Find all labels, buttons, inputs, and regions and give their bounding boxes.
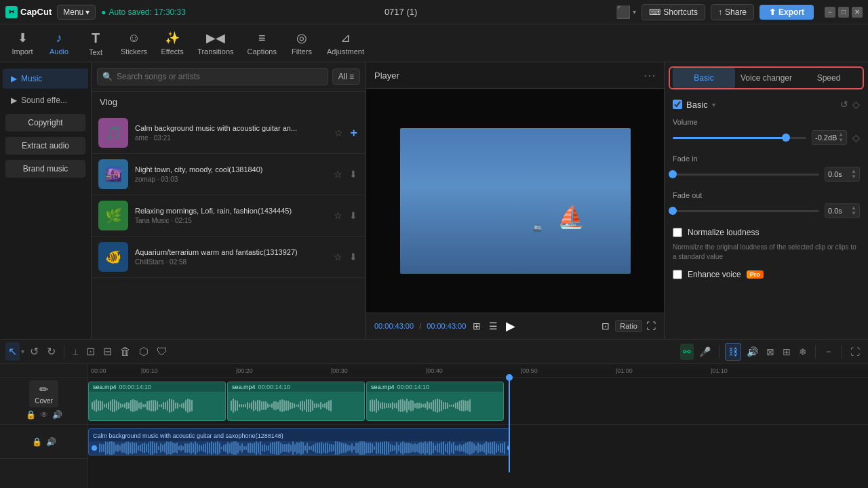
redo-button[interactable]: ↻ [44, 342, 58, 361]
video-clip-3[interactable]: sea.mp4 00:00:14:10 [366, 382, 504, 421]
tab-basic[interactable]: Basic [673, 68, 735, 88]
music-item[interactable]: 🐠 Aquarium/terrarium warm and fantastic(… [92, 237, 366, 278]
sidebar-item-brand-music[interactable]: Brand music [5, 160, 85, 178]
music-item[interactable]: 🌿 Relaxing mornings, Lofi, rain, fashion… [92, 195, 366, 237]
crop-tool-button[interactable]: ⊡ [83, 342, 98, 361]
tool-adjustment[interactable]: ⊿ Adjustment [321, 28, 370, 58]
favorite-button[interactable]: ☆ [332, 250, 344, 264]
freeze-button[interactable]: ❄ [796, 344, 810, 360]
favorite-button[interactable]: ☆ [333, 125, 344, 142]
tool-stickers[interactable]: ☺ Stickers [115, 28, 153, 58]
list-view-button[interactable]: ☰ [488, 319, 499, 333]
tab-voice-changer[interactable]: Voice changer [735, 68, 797, 88]
fade-out-slider[interactable] [673, 210, 819, 212]
fade-in-value-input[interactable]: 0.0s ▲ ▼ [825, 167, 860, 182]
close-button[interactable]: ✕ [852, 7, 863, 18]
tracks-container: sea.mp4 00:00:14:10 sea.mp4 00:00:14:10 [88, 378, 868, 459]
volume-down-button[interactable]: ▼ [838, 138, 844, 143]
add-music-button[interactable]: + [349, 125, 359, 142]
fade-in-down-button[interactable]: ▼ [851, 174, 856, 180]
volume-keyframe-button[interactable]: ◇ [852, 132, 860, 143]
fullscreen-button[interactable]: ⛶ [646, 321, 656, 331]
cover-button[interactable]: ✏ Cover [29, 380, 58, 407]
play-button[interactable]: ▶ [505, 317, 517, 335]
tool-text[interactable]: T Text [79, 28, 113, 59]
tool-transitions[interactable]: ▶◀ Transitions [192, 28, 239, 58]
audio-clip-1[interactable]: Calm background music with acoustic guit… [88, 428, 509, 455]
audio-track-volume-button[interactable]: 🔊 [46, 437, 56, 447]
fit-timeline-button[interactable]: ⛶ [848, 344, 863, 360]
favorite-button[interactable]: ☆ [332, 167, 344, 181]
diamond-add-button[interactable]: ◇ [852, 99, 860, 110]
select-tool-button[interactable]: ↖ [5, 342, 20, 361]
sidebar-item-music[interactable]: ▶ Music [3, 68, 88, 89]
audio-sync-button[interactable]: 🔊 [744, 344, 761, 360]
tab-speed[interactable]: Speed [797, 68, 860, 88]
normalize-checkbox[interactable] [673, 228, 682, 237]
music-item[interactable]: 🎵 Calm background music with acoustic gu… [92, 113, 366, 154]
basic-section-header: Basic ▾ ↺ ◇ [673, 99, 860, 110]
fade-in-slider[interactable] [673, 174, 819, 176]
trim-button[interactable]: ⊟ [100, 342, 115, 361]
share-button[interactable]: ↑ Share [711, 4, 754, 20]
tool-captions[interactable]: ≡ Captions [242, 28, 282, 58]
track-hide-button[interactable]: 👁 [40, 410, 48, 420]
download-button[interactable]: ⬇ [348, 250, 359, 264]
favorite-button[interactable]: ☆ [332, 209, 344, 222]
track-audio-button[interactable]: 🔊 [52, 410, 62, 420]
zoom-fit-button[interactable]: ⊡ [600, 319, 611, 333]
tool-effects[interactable]: ✨ Effects [155, 28, 189, 58]
basic-section-checkbox[interactable] [673, 100, 682, 109]
right-panel: Basic Voice changer Speed Basic ▾ ↺ ◇ [665, 62, 868, 339]
tool-audio[interactable]: ♪ Audio [42, 28, 76, 58]
group-button[interactable]: ⊞ [780, 344, 793, 360]
auto-save-status: ● Auto saved: 17:30:33 [101, 7, 186, 17]
volume-value-input[interactable]: -0.2dB ▲ ▼ [812, 130, 847, 145]
snap-button[interactable]: ⚯ [680, 344, 694, 360]
audio-track-lock-button[interactable]: 🔒 [32, 437, 42, 447]
maximize-button[interactable]: □ [838, 7, 849, 18]
fade-out-down-button[interactable]: ▼ [851, 211, 856, 216]
link-button[interactable]: ⛓ [725, 343, 741, 361]
video-clip-1[interactable]: sea.mp4 00:00:14:10 [88, 382, 226, 421]
export-button[interactable]: ⬆ Export [760, 5, 814, 20]
tool-filters[interactable]: ◎ Filters [285, 28, 319, 58]
grid-view-button[interactable]: ⊞ [471, 319, 482, 333]
menu-button[interactable]: Menu ▾ [57, 5, 96, 20]
enhance-voice-checkbox[interactable] [673, 270, 682, 279]
playhead-handle[interactable] [506, 374, 513, 381]
sidebar-item-extract-audio[interactable]: Extract audio [5, 137, 85, 155]
undo-button[interactable]: ↺ [27, 342, 41, 361]
adjustment-icon: ⊿ [340, 30, 351, 45]
download-button[interactable]: ⬇ [348, 167, 359, 181]
playhead[interactable] [509, 378, 510, 472]
protect-button[interactable]: ⬡ [136, 342, 151, 361]
timeline-scroll-area[interactable]: 00:00 |00:10 |00:20 |00:30 |00:40 |00:50… [88, 364, 868, 488]
volume-slider[interactable] [673, 137, 806, 139]
text-icon: T [92, 30, 100, 46]
fade-out-value-input[interactable]: 0.0s ▲ ▼ [825, 203, 860, 218]
minimize-button[interactable]: － [825, 7, 835, 18]
all-filter-button[interactable]: All ≡ [332, 68, 360, 85]
player-menu-button[interactable]: ⋯ [644, 68, 656, 83]
detach-button[interactable]: ⊠ [764, 344, 777, 360]
sidebar-item-sound-effects[interactable]: ▶ Sound effe... [3, 90, 88, 110]
video-clip-2[interactable]: sea.mp4 00:00:14:10 [227, 382, 365, 421]
sidebar-item-copyright[interactable]: Copyright [5, 114, 85, 131]
shortcuts-button[interactable]: ⌨ Shortcuts [642, 4, 705, 20]
download-button[interactable]: ⬇ [348, 209, 359, 222]
video-background [400, 128, 631, 274]
tool-import[interactable]: ⬇ Import [5, 28, 39, 58]
split-button[interactable]: ⟂ [70, 344, 81, 360]
music-item[interactable]: 🌆 Night town, city, moody, cool(1381840)… [92, 154, 366, 195]
record-button[interactable]: 🎤 [696, 344, 713, 360]
shield-button[interactable]: 🛡 [154, 343, 170, 361]
reset-button[interactable]: ↺ [840, 99, 848, 110]
track-lock-button[interactable]: 🔒 [26, 410, 36, 420]
search-input[interactable] [97, 68, 328, 85]
delete-button[interactable]: 🗑 [117, 343, 134, 361]
zoom-out-button[interactable]: － [821, 343, 836, 361]
ratio-button[interactable]: Ratio [615, 320, 642, 332]
timeline-ruler: 00:00 |00:10 |00:20 |00:30 |00:40 |00:50… [88, 364, 868, 378]
main-toolbar: ⬇ Import ♪ Audio T Text ☺ Stickers ✨ Eff… [0, 24, 868, 62]
